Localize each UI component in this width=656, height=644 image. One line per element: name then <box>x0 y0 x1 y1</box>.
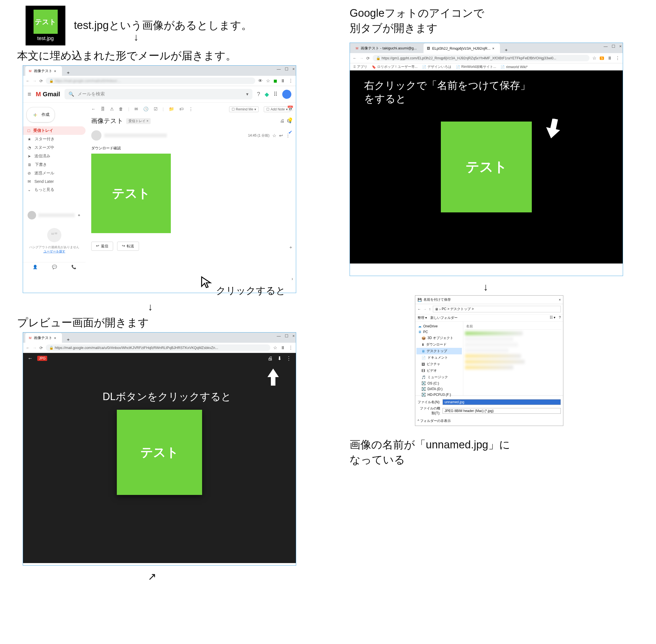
inbox-badge[interactable]: 受信トレイ × <box>126 118 151 124</box>
window-minimize-icon[interactable]: — <box>277 67 281 71</box>
reply-button[interactable]: ↩ 返信 <box>91 242 113 251</box>
window-minimize-icon[interactable]: — <box>604 44 608 49</box>
calendar-addon-icon[interactable]: 📅 <box>287 105 293 112</box>
browser-menu-icon[interactable]: ⋮ <box>288 78 293 84</box>
nav-forward-icon[interactable]: → <box>33 79 37 83</box>
star-toggle-icon[interactable]: ☆ <box>272 133 276 138</box>
nav-pictures[interactable]: 🖼ピクチャ <box>416 361 462 367</box>
nav-back-icon[interactable]: ← <box>353 56 357 61</box>
browser-tab-active[interactable]: 🖼ELpl3h2J_Rmqp6jVz3A_HJ92njR...× <box>423 43 500 53</box>
sidebar-item-spam[interactable]: ⊘迷惑メール <box>23 169 86 178</box>
view-icon[interactable]: ☷ ▾ <box>550 316 555 320</box>
nav-pc[interactable]: 🖥PC <box>416 329 462 335</box>
ext-pause-icon[interactable]: ⏸ <box>281 345 285 350</box>
nav-desktop[interactable]: 🖥デスクトップ <box>416 348 462 354</box>
hangout-person-icon[interactable]: 👤 <box>33 264 38 269</box>
ext-star-icon[interactable]: ☆ <box>266 78 270 84</box>
sidebar-item-snoozed[interactable]: ◔スヌーズ中 <box>23 143 86 152</box>
browser-tab-inactive[interactable]: M画像テスト - takiguchi.asumi@g... <box>352 43 422 53</box>
ext-pause-icon[interactable]: ⏸ <box>281 78 285 84</box>
nav-downloads[interactable]: ⬇ダウンロード <box>416 341 462 348</box>
search-options-icon[interactable]: ▾ <box>246 91 248 97</box>
preview-print-icon[interactable]: 🖨 <box>268 355 273 362</box>
ext-green-icon[interactable]: ◼ <box>274 78 277 84</box>
bookmark-item[interactable]: 📄 デザインいろは <box>422 65 451 69</box>
nav-forward-icon[interactable]: → <box>359 56 364 61</box>
help-icon[interactable]: ? <box>559 316 561 320</box>
tasks-addon-icon[interactable]: ✔ <box>288 129 292 135</box>
nav-onedrive[interactable]: ☁OneDrive <box>416 323 462 329</box>
sidebar-item-inbox[interactable]: □受信トレイ <box>23 127 86 135</box>
browser-menu-icon[interactable]: ⋮ <box>288 345 293 350</box>
window-maximize-icon[interactable]: ☐ <box>285 334 288 338</box>
hangout-phone-icon[interactable]: 📞 <box>71 264 76 269</box>
sidebar-item-drafts[interactable]: 🗎下書き <box>23 160 86 169</box>
window-maximize-icon[interactable]: ☐ <box>612 44 615 49</box>
window-close-icon[interactable]: × <box>619 44 621 49</box>
task-icon[interactable]: ☑ <box>154 107 157 112</box>
window-minimize-icon[interactable]: — <box>277 334 281 338</box>
print-icon[interactable]: 🖨 <box>280 118 285 123</box>
nav-data[interactable]: 💽DATA (D:) <box>416 386 462 392</box>
nav-reload-icon[interactable]: ⟳ <box>40 79 43 83</box>
preview-download-icon[interactable]: ⬇ <box>278 355 282 362</box>
ext-eye-icon[interactable]: 👁 <box>258 78 263 84</box>
new-tab-button[interactable]: ＋ <box>501 47 511 53</box>
address-bar[interactable]: 🔒 https://mail.google.com/mail/ca/u/0/#i… <box>46 344 270 351</box>
nav-reload-icon[interactable]: ⟳ <box>40 346 43 350</box>
preview-more-icon[interactable]: ⋮ <box>286 355 291 362</box>
move-icon[interactable]: 📁 <box>169 107 174 112</box>
snooze-icon[interactable]: 🕓 <box>143 107 149 112</box>
side-collapse-icon[interactable]: › <box>292 276 293 281</box>
search-input[interactable]: メールを検索 <box>78 91 105 97</box>
more-icon[interactable]: ⋮ <box>189 107 193 112</box>
nav-forward-icon[interactable]: → <box>33 346 37 350</box>
report-icon[interactable]: ⚠ <box>110 107 114 112</box>
nav-back-icon[interactable]: ← <box>26 79 30 83</box>
preview-back-icon[interactable]: ← <box>27 355 33 362</box>
sidebar-item-sent[interactable]: ➤送信済み <box>23 152 86 160</box>
green-app-icon[interactable]: ◆ <box>265 91 269 98</box>
forward-button[interactable]: ↪ 転送 <box>117 242 139 251</box>
raw-image[interactable]: テスト <box>441 121 532 212</box>
hangout-plus-icon[interactable]: ＋ <box>77 213 81 218</box>
remind-button[interactable]: ☐ Remind Me ▾ <box>229 107 259 112</box>
apps-grid-icon[interactable]: ⠿ <box>274 91 278 98</box>
file-list[interactable]: 名前 <box>463 322 563 395</box>
bookmark-item[interactable]: 📄 RimWorld攻略サイト... <box>456 65 496 69</box>
nav-hd[interactable]: 💽HD-PCFU3 (F:) <box>416 392 462 397</box>
ext-orange-icon[interactable]: S <box>600 56 604 60</box>
side-plus-icon[interactable]: ＋ <box>288 245 293 250</box>
sidebar-item-more[interactable]: ⌄もっと見る <box>23 185 86 194</box>
ext-star-icon[interactable]: ☆ <box>592 55 596 61</box>
reply-icon[interactable]: ↩ <box>279 133 283 138</box>
nav-reload-icon[interactable]: ⟳ <box>366 56 370 61</box>
delete-icon[interactable]: 🗑 <box>119 107 123 112</box>
window-close-icon[interactable]: × <box>292 67 295 71</box>
new-folder-button[interactable]: 新しいフォルダー <box>430 316 458 320</box>
dialog-close-icon[interactable]: × <box>559 298 561 302</box>
browser-tab[interactable]: M画像テスト× <box>25 66 62 76</box>
hamburger-icon[interactable]: ≡ <box>27 91 31 98</box>
nav-os[interactable]: 💽OS (C:) <box>416 381 462 386</box>
hide-folders-toggle[interactable]: ^ フォルダーの非表示 <box>418 419 451 423</box>
nav-up-icon[interactable]: ↑ <box>429 307 431 311</box>
tab-close-icon[interactable]: × <box>54 69 56 73</box>
compose-button[interactable]: ＋作成 <box>26 107 55 122</box>
archive-icon[interactable]: 🗄 <box>101 107 105 112</box>
new-tab-button[interactable]: ＋ <box>63 70 73 76</box>
sidebar-item-sendlater[interactable]: ✉Send Later <box>23 178 86 185</box>
search-icon[interactable]: 🔍 <box>68 91 74 97</box>
browser-tab[interactable]: M画像テスト× <box>25 333 62 343</box>
nav-music[interactable]: 🎵ミュージック <box>416 374 462 381</box>
ext-star-icon[interactable]: ☆ <box>273 345 277 350</box>
hangout-chat-icon[interactable]: 💬 <box>52 264 57 269</box>
nav-forward-icon[interactable]: → <box>423 307 427 311</box>
bookmark-item[interactable]: 📄 rimworld Wiki* <box>501 65 527 69</box>
new-tab-button[interactable]: ＋ <box>63 337 73 343</box>
nav-3d[interactable]: 📦3D オブジェクト <box>416 335 462 341</box>
window-maximize-icon[interactable]: ☐ <box>285 67 288 71</box>
address-bar[interactable]: 🔒 https://mail.google.com/mail/u/0/#inbo… <box>46 77 255 84</box>
filename-input[interactable]: unnamed.jpg <box>442 399 561 405</box>
nav-videos[interactable]: 🎞ビデオ <box>416 367 462 374</box>
